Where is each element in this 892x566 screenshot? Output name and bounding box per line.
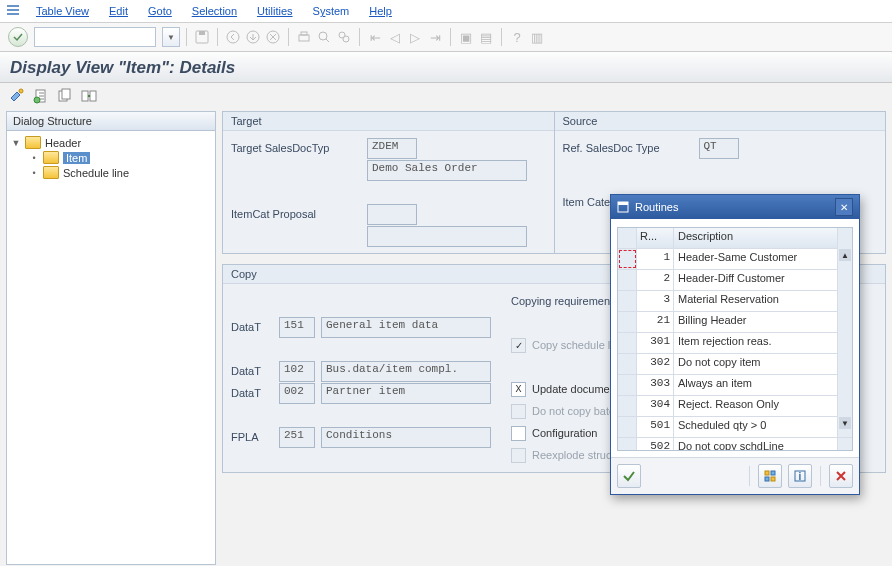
save-icon[interactable] [193, 28, 211, 46]
svg-rect-8 [299, 35, 309, 41]
grid-row[interactable]: 303Always an item [618, 375, 852, 396]
tree-item-header[interactable]: ▼ Header [11, 135, 211, 150]
title-area: Display View "Item": Details [0, 52, 892, 83]
grid-row[interactable]: 501Scheduled qty > 0 [618, 417, 852, 438]
grid-row[interactable]: 3Material Reservation [618, 291, 852, 312]
tree-item-item[interactable]: • Item [11, 150, 211, 165]
tree-item-schedule[interactable]: • Schedule line [11, 165, 211, 180]
svg-rect-1 [7, 9, 19, 11]
svg-point-14 [19, 89, 23, 93]
group-source-title: Source [555, 112, 886, 131]
datat-code-3: 002 [279, 383, 315, 404]
svg-point-16 [34, 97, 40, 103]
command-field[interactable] [34, 27, 156, 47]
help-icon[interactable]: ? [508, 28, 526, 46]
scroll-down-icon[interactable]: ▼ [839, 417, 851, 429]
itemcat-proposal-desc [367, 226, 527, 247]
datat-code-2: 102 [279, 361, 315, 382]
menu-goto[interactable]: Goto [138, 5, 182, 17]
svg-rect-9 [301, 32, 307, 35]
tree-header: Dialog Structure [7, 112, 215, 131]
print-icon[interactable] [295, 28, 313, 46]
datat-desc-2: Bus.data/item compl. [321, 361, 491, 382]
app-toolbar: ▼ ⇤ ◁ ▷ ⇥ ▣ ▤ ? ▥ [0, 23, 892, 52]
dialog-structure-panel: Dialog Structure ▼ Header • Item • Sched… [6, 111, 216, 565]
svg-rect-4 [199, 31, 205, 35]
svg-rect-22 [618, 202, 628, 205]
cancel-icon[interactable] [264, 28, 282, 46]
menu-edit[interactable]: Edit [99, 5, 138, 17]
change-display-icon[interactable] [8, 87, 26, 105]
folder-icon [43, 166, 59, 179]
popup-title: Routines [635, 201, 678, 213]
cb-configuration[interactable] [511, 426, 526, 441]
menu-system[interactable]: System [303, 5, 360, 17]
cb-reexplode [511, 448, 526, 463]
cb-update-doc-flow[interactable] [511, 382, 526, 397]
window-menu-icon[interactable] [6, 4, 20, 18]
col-routine[interactable]: R... [637, 228, 674, 248]
grid-row[interactable]: 21Billing Header [618, 312, 852, 333]
datat-desc-1: General item data [321, 317, 491, 338]
ref-salesdoc-field: QT [699, 138, 739, 159]
shortcut-icon[interactable]: ▤ [477, 28, 495, 46]
svg-rect-24 [771, 471, 775, 475]
svg-text:i: i [799, 471, 802, 482]
folder-icon [43, 151, 59, 164]
layout-icon[interactable]: ▥ [528, 28, 546, 46]
new-entries-icon[interactable] [32, 87, 50, 105]
cancel-button[interactable] [829, 464, 853, 488]
enter-button[interactable] [8, 27, 28, 47]
scroll-up-icon[interactable]: ▲ [839, 249, 851, 261]
first-page-icon[interactable]: ⇤ [366, 28, 384, 46]
grid-row[interactable]: 1Header-Same Customer [618, 249, 852, 270]
grid-row[interactable]: 2Header-Diff Customer [618, 270, 852, 291]
popup-window-icon [617, 201, 629, 213]
prev-page-icon[interactable]: ◁ [386, 28, 404, 46]
expand-icon[interactable]: ▼ [11, 138, 21, 148]
svg-point-10 [319, 32, 327, 40]
target-salesdoctyp-field: ZDEM [367, 138, 417, 159]
copy-as-icon[interactable] [56, 87, 74, 105]
menu-selection[interactable]: Selection [182, 5, 247, 17]
multi-select-button[interactable] [758, 464, 782, 488]
datat-desc-3: Partner item [321, 383, 491, 404]
menu-help[interactable]: Help [359, 5, 402, 17]
svg-line-11 [326, 39, 329, 42]
find-next-icon[interactable] [335, 28, 353, 46]
menu-tableview[interactable]: Table View [26, 5, 99, 17]
new-session-icon[interactable]: ▣ [457, 28, 475, 46]
svg-rect-26 [771, 477, 775, 481]
target-salesdoctyp-desc: Demo Sales Order [367, 160, 527, 181]
next-page-icon[interactable]: ▷ [406, 28, 424, 46]
cb-no-copy-batch [511, 404, 526, 419]
command-dropdown[interactable]: ▼ [162, 27, 180, 47]
itemcat-proposal-label: ItemCat Proposal [231, 208, 361, 220]
datat-code-1: 151 [279, 317, 315, 338]
svg-point-5 [227, 31, 239, 43]
grid-row[interactable]: 301Item rejection reas. [618, 333, 852, 354]
back-icon[interactable] [224, 28, 242, 46]
fpla-desc: Conditions [321, 427, 491, 448]
delimit-icon[interactable] [80, 87, 98, 105]
grid-scrollbar[interactable]: ▲ ▼ [837, 248, 852, 430]
find-icon[interactable] [315, 28, 333, 46]
grid-row[interactable]: 502Do not copy schdLine [618, 438, 852, 451]
accept-button[interactable] [617, 464, 641, 488]
exit-icon[interactable] [244, 28, 262, 46]
svg-point-13 [343, 36, 349, 42]
info-button[interactable]: i [788, 464, 812, 488]
popup-close-button[interactable]: ✕ [835, 198, 853, 216]
col-description[interactable]: Description [674, 228, 837, 248]
datat-label-1: DataT [231, 321, 273, 333]
fpla-label: FPLA [231, 431, 273, 443]
grid-row[interactable]: 304Reject. Reason Only [618, 396, 852, 417]
grid-row[interactable]: 302Do not copy item [618, 354, 852, 375]
menu-utilities[interactable]: Utilities [247, 5, 302, 17]
svg-rect-18 [62, 89, 70, 99]
bullet-icon: • [29, 153, 39, 163]
last-page-icon[interactable]: ⇥ [426, 28, 444, 46]
sub-toolbar [0, 83, 892, 111]
page-title: Display View "Item": Details [10, 58, 882, 78]
cb-configuration-label: Configuration [532, 427, 597, 439]
